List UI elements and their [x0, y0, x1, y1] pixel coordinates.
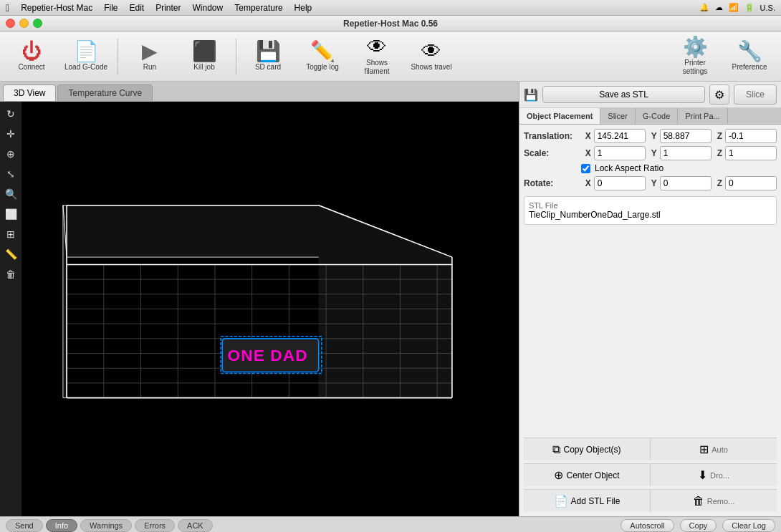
menu-printer[interactable]: Printer	[155, 3, 181, 13]
rotate-view-button[interactable]: ↻	[1, 105, 20, 123]
connect-icon: ⏻	[21, 42, 42, 62]
grid-button[interactable]: ⊞	[1, 225, 20, 243]
lock-aspect-label: Lock Aspect Ratio	[595, 163, 663, 173]
tb-separator-2	[236, 39, 236, 74]
auto-button[interactable]: ⊞ Auto	[651, 438, 777, 460]
auto-label: Auto	[711, 445, 728, 454]
remove-icon: 🗑	[693, 495, 704, 508]
stl-file-label: STL File	[529, 201, 772, 210]
scale-row: Scale: X Y Z	[524, 146, 777, 160]
sx-input[interactable]	[594, 146, 646, 160]
preference-button[interactable]: 🔧 Preference	[724, 35, 775, 78]
tb-separator-1	[118, 39, 118, 74]
log-tab-ack[interactable]: ACK	[178, 519, 213, 532]
titlebar: Repetier-Host Mac 0.56	[0, 16, 781, 32]
maximize-button[interactable]	[33, 19, 42, 28]
menu-app[interactable]: Repetier-Host Mac	[21, 3, 92, 13]
drop-button[interactable]: ⬇ Dro...	[651, 464, 777, 486]
tab-3d-view[interactable]: 3D View	[3, 84, 56, 101]
log-tab-info[interactable]: Info	[46, 519, 77, 532]
tab-object-placement[interactable]: Object Placement	[519, 108, 600, 124]
gear-button[interactable]: ⚙	[709, 84, 729, 105]
view-tabs: 3D View Temperature Curve	[0, 82, 519, 102]
menu-file[interactable]: File	[104, 3, 118, 13]
add-stl-label: Add STL File	[571, 496, 621, 506]
save-stl-button[interactable]: Save as STL	[542, 86, 705, 103]
tab-temperature-curve[interactable]: Temperature Curve	[57, 84, 153, 101]
wifi-icon: 📶	[729, 3, 739, 12]
rx-input[interactable]	[594, 176, 646, 190]
lock-aspect-checkbox[interactable]	[581, 164, 590, 173]
drop-icon: ⬇	[698, 468, 707, 482]
sy-axis-label: Y	[651, 148, 657, 158]
kill-job-label: Kill job	[193, 63, 214, 72]
menu-edit[interactable]: Edit	[130, 3, 145, 13]
add-stl-button[interactable]: 📄 Add STL File	[524, 490, 651, 512]
shows-filament-button[interactable]: 👁 Shows filament	[351, 35, 403, 78]
menu-help[interactable]: Help	[294, 3, 312, 13]
copy-objects-label: Copy Object(s)	[563, 445, 621, 455]
clear-log-button[interactable]: Clear Log	[722, 519, 775, 532]
log-tab-warnings[interactable]: Warnings	[80, 519, 132, 532]
sd-card-button[interactable]: 💾 SD card	[242, 35, 294, 78]
tx-axis-label: X	[585, 131, 591, 141]
sy-input[interactable]	[660, 146, 711, 160]
autoscroll-button[interactable]: Autoscroll	[621, 519, 674, 532]
log-tab-errors[interactable]: Errors	[135, 519, 175, 532]
copy-objects-button[interactable]: ⧉ Copy Object(s)	[524, 439, 651, 460]
bottom-area: Send Info Warnings Errors ACK Autoscroll…	[0, 516, 781, 532]
apple-menu[interactable]: 	[6, 2, 9, 14]
minimize-button[interactable]	[19, 19, 29, 28]
slice-button[interactable]: Slice	[734, 84, 777, 105]
shows-travel-button[interactable]: 👁 Shows travel	[406, 35, 457, 78]
preference-icon: 🔧	[737, 42, 762, 62]
trash-button[interactable]: 🗑	[1, 265, 20, 284]
cloud-icon: ☁	[715, 3, 723, 12]
shows-travel-label: Shows travel	[411, 63, 451, 72]
tz-input[interactable]	[725, 129, 777, 143]
ruler-button[interactable]: 📏	[1, 245, 20, 263]
ry-input[interactable]	[660, 176, 711, 190]
printer-settings-label: Printer settings	[672, 59, 718, 76]
lock-aspect-row: Lock Aspect Ratio	[524, 163, 777, 173]
printer-settings-icon: ⚙️	[683, 37, 708, 57]
tb-right: ⚙️ Printer settings 🔧 Preference	[669, 35, 775, 78]
close-button[interactable]	[6, 19, 15, 28]
menu-window[interactable]: Window	[193, 3, 224, 13]
load-gcode-button[interactable]: 📄 Load G-Code	[60, 35, 112, 78]
kill-job-button[interactable]: ⬛ Kill job	[178, 35, 230, 78]
menu-temperature[interactable]: Temperature	[234, 3, 282, 13]
tz-axis-label: Z	[717, 131, 722, 141]
zoom-button[interactable]: 🔍	[1, 185, 20, 203]
rx-axis-label: X	[585, 178, 591, 188]
toggle-log-button[interactable]: ✏️ Toggle log	[297, 35, 348, 78]
load-gcode-label: Load G-Code	[64, 63, 107, 72]
scale-view-button[interactable]: ⤡	[1, 165, 20, 183]
sd-card-icon: 💾	[256, 42, 281, 62]
tx-input[interactable]	[594, 129, 646, 143]
tab-slicer[interactable]: Slicer	[600, 108, 636, 124]
tab-print-pa[interactable]: Print Pa...	[678, 108, 727, 124]
3d-view-canvas[interactable]: ONE DAD ↻ ✛ ⊕ ⤡ 🔍 ⬜ ⊞ 📏 🗑	[0, 102, 519, 516]
center-object-button[interactable]: ⊕ Center Object	[524, 464, 651, 486]
remove-button[interactable]: 🗑 Remo...	[651, 490, 777, 512]
add-stl-icon: 📄	[554, 494, 568, 508]
right-panel: 💾 Save as STL ⚙ Slice Object Placement S…	[519, 82, 781, 516]
rz-input[interactable]	[725, 176, 777, 190]
center-object-row: ⊕ Center Object ⬇ Dro...	[524, 463, 777, 486]
copy-button[interactable]: Copy	[680, 519, 717, 532]
ty-input[interactable]	[660, 129, 711, 143]
pan-button[interactable]: ⊕	[1, 145, 20, 163]
notification-icon[interactable]: 🔔	[699, 3, 709, 12]
log-tab-send[interactable]: Send	[6, 519, 43, 532]
sz-input[interactable]	[725, 146, 777, 160]
preference-label: Preference	[732, 63, 767, 72]
battery-icon: 🔋	[744, 3, 754, 12]
move-icon[interactable]: ✛	[1, 125, 20, 143]
run-button[interactable]: ▶ Run	[124, 35, 176, 78]
printer-settings-button[interactable]: ⚙️ Printer settings	[669, 35, 721, 78]
scale-label: Scale:	[524, 148, 580, 158]
tab-gcode[interactable]: G-Code	[636, 108, 679, 124]
wireframe-button[interactable]: ⬜	[1, 205, 20, 223]
connect-button[interactable]: ⏻ Connect	[6, 35, 57, 78]
